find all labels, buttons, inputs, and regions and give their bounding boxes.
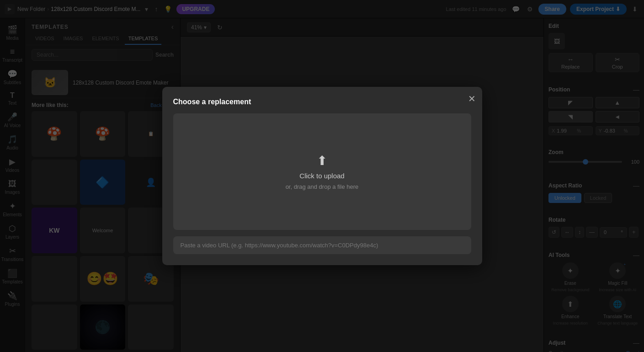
modal: Choose a replacement ✕ ⬆ Click to upload… xyxy=(162,87,482,265)
upload-text: Click to upload xyxy=(299,172,344,180)
url-input[interactable] xyxy=(173,236,471,254)
upload-icon: ⬆ xyxy=(317,153,327,168)
upload-sub: or, drag and drop a file here xyxy=(286,183,359,190)
modal-close-btn[interactable]: ✕ xyxy=(468,93,476,104)
upload-zone[interactable]: ⬆ Click to upload or, drag and drop a fi… xyxy=(173,113,471,230)
modal-overlay[interactable]: Choose a replacement ✕ ⬆ Click to upload… xyxy=(0,0,644,352)
modal-title: Choose a replacement xyxy=(173,98,471,106)
